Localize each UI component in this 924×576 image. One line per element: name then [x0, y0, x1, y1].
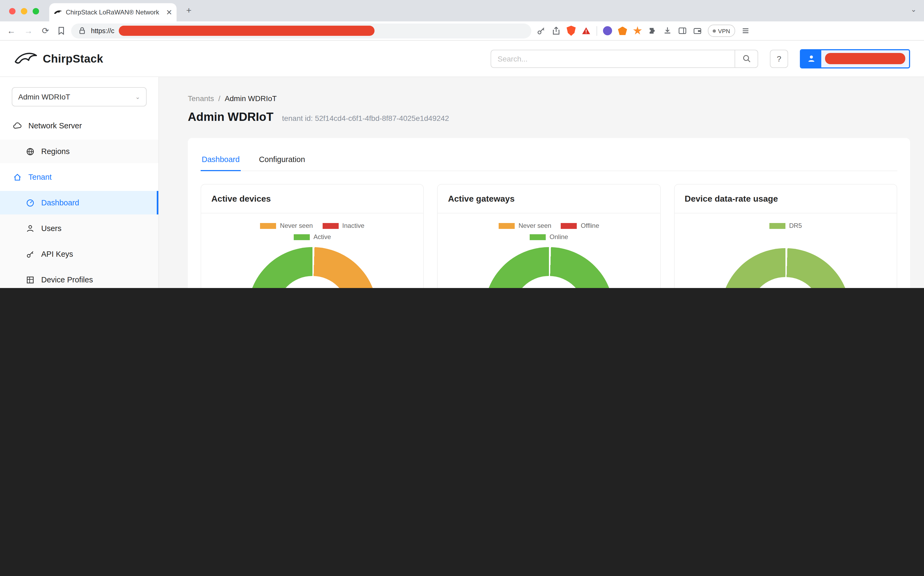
user-menu-button[interactable]	[800, 49, 910, 68]
active-devices-donut-chart	[247, 247, 377, 288]
active-gateways-donut-chart	[484, 247, 614, 288]
sidebar-item-label: Tenant	[28, 173, 52, 181]
data-rate-donut-chart	[721, 248, 850, 288]
sidebar-item-label: Dashboard	[41, 198, 79, 207]
device-profiles-icon	[26, 275, 35, 284]
chart-legend: Never seen Offline Online	[438, 222, 660, 241]
help-button[interactable]: ?	[770, 50, 788, 68]
downloads-icon[interactable]	[663, 26, 672, 35]
active-devices-card: Active devices Never seen Inactive Activ…	[201, 184, 424, 288]
active-gateways-card: Active gateways Never seen Offline Onlin…	[437, 184, 661, 288]
sidebar-item-api-keys[interactable]: API Keys	[0, 242, 159, 266]
legend-label: Inactive	[342, 222, 364, 229]
wallet-icon[interactable]	[693, 26, 702, 35]
breadcrumb-tenants[interactable]: Tenants	[188, 94, 214, 103]
user-name-redaction	[825, 53, 905, 64]
user-avatar-segment	[801, 50, 821, 67]
tenant-selector-value: Admin WDRIoT	[18, 93, 70, 101]
sidebar-item-dashboard[interactable]: Dashboard	[0, 191, 159, 214]
dashboard-icon	[26, 198, 35, 207]
tenant-submenu: Dashboard Users API	[0, 191, 159, 288]
breadcrumb-current: Admin WDRIoT	[225, 94, 277, 103]
sidebar-item-device-profiles[interactable]: Device Profiles	[0, 268, 159, 288]
share-icon[interactable]	[552, 26, 561, 35]
sidebar-panel-icon[interactable]	[678, 26, 687, 35]
network-server-submenu: Regions	[0, 139, 159, 163]
tab-configuration[interactable]: Configuration	[258, 149, 306, 171]
globe-icon	[26, 147, 35, 156]
sidebar-item-label: API Keys	[41, 250, 73, 258]
legend-swatch	[294, 234, 310, 240]
chart-legend: DR5	[674, 222, 897, 229]
address-bar[interactable]: https://c	[71, 23, 531, 38]
brave-shield-icon[interactable]	[567, 26, 576, 36]
extension-icon-purple[interactable]	[603, 26, 612, 35]
legend-swatch	[260, 223, 276, 229]
chirpstack-logo-icon	[14, 50, 37, 68]
browser-tab-strip: ChirpStack LoRaWAN® Network ✕ + ⌄	[0, 0, 924, 21]
home-icon	[13, 173, 22, 182]
password-key-icon[interactable]	[536, 26, 546, 35]
data-rate-card: Device data-rate usage DR5	[674, 184, 897, 288]
back-button[interactable]: ←	[5, 26, 17, 35]
tab-bar: Dashboard Configuration	[201, 149, 897, 171]
url-redaction	[119, 26, 375, 36]
browser-tab[interactable]: ChirpStack LoRaWAN® Network ✕	[49, 3, 176, 21]
bookmark-icon[interactable]	[57, 26, 66, 35]
sidebar-item-tenant[interactable]: Tenant	[0, 165, 159, 189]
vpn-button[interactable]: VPN	[708, 25, 735, 37]
legend-label: Never seen	[519, 222, 551, 229]
sidebar-item-label: Regions	[41, 147, 70, 156]
key-icon	[26, 250, 35, 259]
users-icon	[26, 224, 35, 233]
tab-dashboard[interactable]: Dashboard	[201, 149, 241, 171]
breadcrumb: Tenants / Admin WDRIoT	[173, 94, 910, 103]
new-tab-button[interactable]: +	[186, 5, 192, 16]
chart-legend: Never seen Inactive Active	[201, 222, 423, 241]
legend-swatch	[769, 223, 785, 229]
extension-icon-starburst[interactable]	[633, 26, 642, 35]
chirpstack-brand[interactable]: ChirpStack	[14, 50, 103, 68]
browser-toolbar: ← → ⟳ https://c	[0, 21, 924, 41]
legend-label: Offline	[581, 222, 599, 229]
legend-label: Never seen	[280, 222, 313, 229]
tab-close-icon[interactable]: ✕	[166, 8, 172, 16]
window-close-button[interactable]	[9, 8, 16, 14]
search-input[interactable]	[491, 50, 735, 68]
sidebar-item-label: Device Profiles	[41, 275, 93, 284]
alert-triangle-icon[interactable]	[581, 26, 591, 35]
window-zoom-button[interactable]	[33, 8, 39, 14]
search-button[interactable]	[735, 50, 758, 68]
sidebar-item-label: Network Server	[28, 122, 82, 130]
forward-button[interactable]: →	[22, 26, 34, 35]
cloud-icon	[13, 121, 22, 130]
legend-label: Active	[314, 233, 331, 241]
tenant-selector[interactable]: Admin WDRIoT ⌄	[12, 87, 147, 106]
page-title: Admin WDRIoT	[188, 110, 274, 124]
sidebar: Admin WDRIoT ⌄ Network Server	[0, 77, 159, 288]
chevron-down-icon: ⌄	[135, 93, 140, 100]
url-text: https://c	[91, 27, 114, 35]
tab-favicon	[53, 8, 62, 17]
legend-label: Online	[549, 233, 568, 241]
sidebar-item-users[interactable]: Users	[0, 217, 159, 240]
browser-menu-icon[interactable]	[741, 26, 750, 35]
sidebar-item-regions[interactable]: Regions	[0, 139, 159, 163]
card-title: Active gateways	[438, 184, 660, 213]
sidebar-item-network-server[interactable]: Network Server	[0, 114, 159, 138]
tab-search-chevron-icon[interactable]: ⌄	[911, 5, 916, 13]
dashboard-card: Dashboard Configuration Active devices N…	[188, 138, 910, 288]
toolbar-right-icons: VPN	[536, 25, 750, 37]
vpn-status-dot	[713, 29, 716, 32]
extensions-puzzle-icon[interactable]	[648, 26, 657, 35]
breadcrumb-separator: /	[218, 94, 221, 103]
reload-button[interactable]: ⟳	[40, 26, 51, 36]
window-minimize-button[interactable]	[21, 8, 27, 14]
browser-window: ChirpStack LoRaWAN® Network ✕ + ⌄ ← → ⟳ …	[0, 0, 924, 288]
legend-swatch	[530, 234, 546, 240]
app-header: ChirpStack ?	[0, 41, 924, 77]
vpn-label: VPN	[718, 27, 730, 34]
lock-icon	[78, 26, 86, 35]
tab-title: ChirpStack LoRaWAN® Network	[66, 8, 163, 16]
metamask-fox-icon[interactable]	[618, 26, 627, 35]
